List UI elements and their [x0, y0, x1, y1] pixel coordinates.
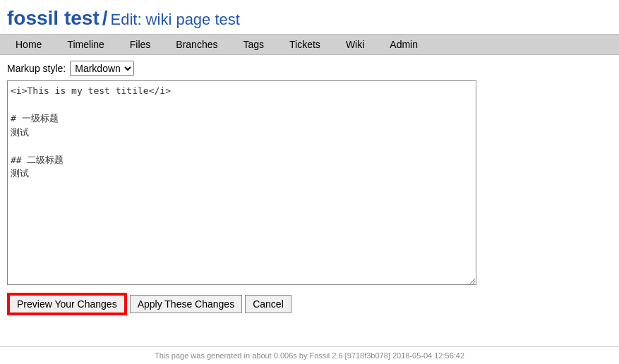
apply-button[interactable]: Apply These Changes	[130, 295, 243, 313]
nav-tags[interactable]: Tags	[230, 35, 277, 54]
wiki-editor[interactable]	[7, 80, 476, 285]
nav-timeline[interactable]: Timeline	[54, 35, 116, 54]
nav-admin[interactable]: Admin	[377, 35, 431, 54]
nav-files[interactable]: Files	[117, 35, 164, 54]
cancel-button[interactable]: Cancel	[245, 295, 292, 313]
markup-row: Markup style: MarkdownBBCodePlain TextWi…	[7, 61, 612, 76]
preview-wrapper: Preview Your Changes	[7, 293, 127, 315]
buttons-row: Preview Your Changes Apply These Changes…	[7, 293, 612, 315]
separator: /	[102, 7, 108, 29]
navbar: Home Timeline Files Branches Tags Ticket…	[0, 34, 619, 55]
markup-select[interactable]: MarkdownBBCodePlain TextWiki	[70, 61, 134, 76]
nav-wiki[interactable]: Wiki	[333, 35, 377, 54]
footer: This page was generated in about 0.006s …	[0, 346, 619, 364]
content: Markup style: MarkdownBBCodePlain TextWi…	[0, 55, 619, 321]
footer-text: This page was generated in about 0.006s …	[155, 351, 464, 360]
nav-home[interactable]: Home	[3, 35, 54, 54]
nav-tickets[interactable]: Tickets	[277, 35, 333, 54]
editor-container	[7, 80, 612, 287]
edit-title: Edit: wiki page test	[110, 11, 239, 28]
site-name: fossil test	[7, 7, 100, 29]
header: fossil test/Edit: wiki page test	[0, 0, 619, 34]
nav-branches[interactable]: Branches	[163, 35, 230, 54]
preview-button[interactable]: Preview Your Changes	[8, 294, 126, 314]
markup-label: Markup style:	[7, 63, 66, 74]
